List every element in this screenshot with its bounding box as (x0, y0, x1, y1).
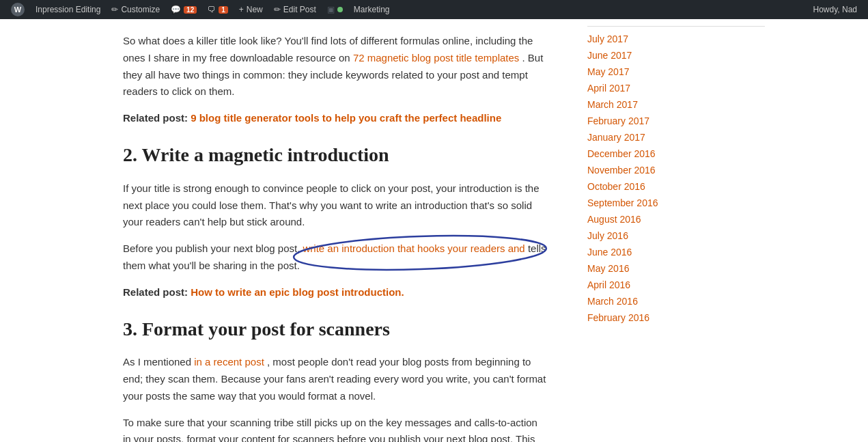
archive-list-item: June 2017 (587, 47, 765, 64)
archive-link[interactable]: February 2016 (587, 312, 649, 323)
yoast-icon: ▣ (327, 5, 335, 14)
archive-link[interactable]: December 2016 (587, 148, 656, 159)
archive-list-item: March 2016 (587, 293, 765, 309)
recent-post-link[interactable]: in a recent post (194, 356, 264, 368)
archive-list-item: September 2016 (587, 195, 765, 211)
sidebar: July 2017June 2017May 2017April 2017Marc… (574, 19, 779, 442)
marketing-button[interactable]: Marketing (348, 0, 395, 19)
archive-link[interactable]: March 2017 (587, 99, 638, 110)
archive-link[interactable]: May 2017 (587, 66, 629, 77)
customize-button[interactable]: ✏ Customize (106, 0, 165, 19)
archive-list-item: April 2016 (587, 277, 765, 293)
admin-bar: W Inpression Editing ✏ Customize 💬 12 🗨 … (0, 0, 868, 19)
sidebar-divider (587, 26, 765, 27)
archive-link[interactable]: October 2016 (587, 181, 645, 192)
archive-link[interactable]: January 2017 (587, 132, 645, 143)
related-post-1-link[interactable]: 9 blog title generator tools to help you… (191, 112, 501, 124)
archive-link[interactable]: July 2016 (587, 230, 628, 241)
archive-link[interactable]: February 2017 (587, 115, 649, 126)
archive-list-item: January 2017 (587, 129, 765, 146)
archive-list-item: August 2016 (587, 211, 765, 227)
archive-list-item: February 2016 (587, 309, 765, 326)
pending-count: 1 (219, 6, 228, 14)
archive-list-item: April 2017 (587, 80, 765, 96)
howdy-text: Howdy, Nad (808, 5, 863, 14)
archive-list-item: July 2016 (587, 227, 765, 244)
archive-link[interactable]: July 2017 (587, 33, 628, 44)
archive-list-item: July 2017 (587, 31, 765, 47)
pending-comments-button[interactable]: 🗨 1 (202, 0, 234, 19)
archive-link[interactable]: March 2016 (587, 296, 638, 307)
site-name-button[interactable]: Inpression Editing (30, 0, 106, 19)
customize-icon: ✏ (111, 5, 118, 14)
archive-link[interactable]: June 2016 (587, 247, 632, 258)
comments-button[interactable]: 💬 12 (165, 0, 202, 19)
customize-label: Customize (121, 5, 160, 14)
wp-logo-icon: W (11, 3, 25, 16)
edit-post-label: Edit Post (283, 5, 316, 14)
archive-link[interactable]: May 2016 (587, 263, 629, 274)
body-paragraph-1: If your title is strong enough to convin… (123, 180, 546, 231)
section-heading-2: 2. Write a magnetic introduction (123, 140, 546, 171)
archive-list-item: May 2016 (587, 260, 765, 277)
related-post-2-prefix: Related post: (123, 286, 188, 298)
new-button[interactable]: + New (234, 0, 268, 19)
related-post-1: Related post: 9 blog title generator too… (123, 110, 546, 126)
highlight-paragraph: Before you publish your next blog post, … (123, 240, 546, 275)
pending-icon: 🗨 (208, 5, 216, 14)
section-heading-3: 3. Format your post for scanners (123, 314, 546, 345)
archive-list-item: March 2017 (587, 96, 765, 113)
wp-logo-button[interactable]: W (5, 0, 30, 19)
plus-icon: + (239, 5, 244, 14)
archive-list-item: June 2016 (587, 244, 765, 260)
related-post-2-link[interactable]: How to write an epic blog post introduct… (191, 286, 404, 298)
marketing-label: Marketing (354, 5, 390, 14)
highlighted-text-wrapper: write an introduction that hooks your re… (303, 243, 528, 254)
archive-list-item: October 2016 (587, 178, 765, 195)
site-name-label: Inpression Editing (36, 5, 100, 14)
main-content: So what does a killer title look like? Y… (0, 19, 574, 442)
comments-count: 12 (184, 6, 197, 14)
edit-post-button[interactable]: ✏ Edit Post (268, 0, 322, 19)
oval-highlight-svg (294, 236, 553, 273)
magnetic-templates-link[interactable]: 72 magnetic blog post title templates (353, 52, 519, 64)
archive-list-item: May 2017 (587, 64, 765, 80)
edit-icon: ✏ (274, 5, 281, 14)
archive-list-item: December 2016 (587, 146, 765, 162)
archive-link[interactable]: September 2016 (587, 197, 658, 208)
archive-link[interactable]: April 2016 (587, 279, 630, 290)
archive-link[interactable]: June 2017 (587, 50, 632, 61)
body-paragraph-3: As I mentioned in a recent post , most p… (123, 354, 546, 404)
yoast-icon-button[interactable]: ▣ (322, 0, 348, 19)
body3-before: As I mentioned (123, 356, 191, 368)
related-post-2: Related post: How to write an epic blog … (123, 284, 546, 301)
hook-readers-link[interactable]: write an introduction that hooks your re… (303, 243, 525, 254)
archive-link[interactable]: November 2016 (587, 165, 656, 176)
related-post-1-prefix: Related post: (123, 112, 188, 124)
body-paragraph-4: To make sure that your scanning tribe st… (123, 415, 546, 442)
archive-link[interactable]: August 2016 (587, 214, 641, 225)
archive-list-item: November 2016 (587, 162, 765, 178)
comments-icon: 💬 (171, 5, 181, 14)
page-wrapper: So what does a killer title look like? Y… (0, 19, 868, 442)
body2-before: Before you publish your next blog post, (123, 243, 300, 254)
archive-link[interactable]: April 2017 (587, 83, 630, 94)
archive-list-item: February 2017 (587, 113, 765, 129)
intro-paragraph: So what does a killer title look like? Y… (123, 33, 546, 100)
archive-list: July 2017June 2017May 2017April 2017Marc… (587, 31, 765, 326)
new-label: New (247, 5, 263, 14)
seo-status-dot (337, 7, 343, 12)
